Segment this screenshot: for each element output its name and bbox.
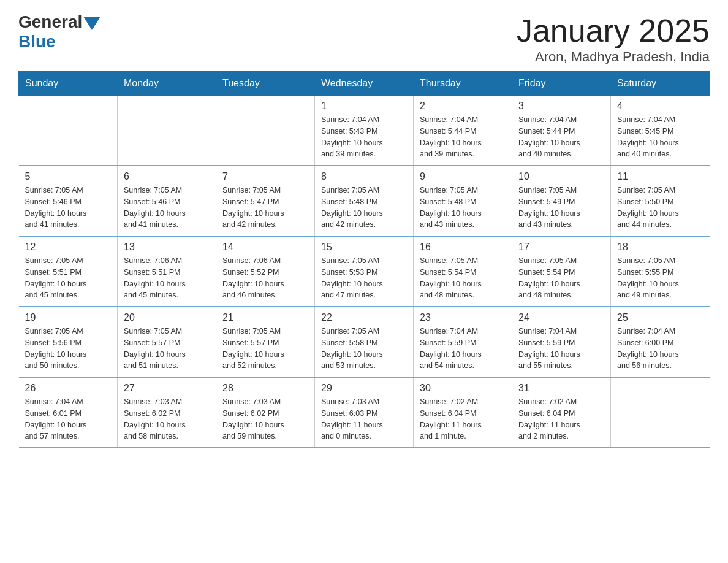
day-info: Sunrise: 7:06 AM Sunset: 5:52 PM Dayligh…: [222, 255, 308, 301]
day-info: Sunrise: 7:02 AM Sunset: 6:04 PM Dayligh…: [518, 396, 604, 442]
calendar-cell: 14Sunrise: 7:06 AM Sunset: 5:52 PM Dayli…: [216, 236, 315, 307]
calendar-cell: 23Sunrise: 7:04 AM Sunset: 5:59 PM Dayli…: [414, 307, 512, 377]
logo-blue-text: Blue: [18, 32, 56, 52]
day-number: 17: [518, 242, 604, 253]
day-info: Sunrise: 7:03 AM Sunset: 6:03 PM Dayligh…: [321, 396, 407, 442]
day-number: 6: [124, 171, 210, 182]
weekday-header-sunday: Sunday: [19, 72, 118, 96]
day-number: 12: [25, 242, 112, 253]
calendar-table: SundayMondayTuesdayWednesdayThursdayFrid…: [18, 71, 710, 448]
weekday-header-thursday: Thursday: [414, 72, 512, 96]
calendar-cell: 27Sunrise: 7:03 AM Sunset: 6:02 PM Dayli…: [118, 377, 216, 448]
day-number: 30: [420, 383, 506, 394]
day-info: Sunrise: 7:05 AM Sunset: 5:50 PM Dayligh…: [617, 185, 703, 231]
day-number: 1: [321, 101, 407, 112]
calendar-cell: 3Sunrise: 7:04 AM Sunset: 5:44 PM Daylig…: [512, 96, 611, 166]
day-info: Sunrise: 7:04 AM Sunset: 6:01 PM Dayligh…: [25, 396, 112, 442]
calendar-cell: 19Sunrise: 7:05 AM Sunset: 5:56 PM Dayli…: [19, 307, 118, 377]
day-info: Sunrise: 7:05 AM Sunset: 5:47 PM Dayligh…: [222, 185, 308, 231]
page-header: General Blue January 2025 Aron, Madhya P…: [18, 12, 710, 65]
day-info: Sunrise: 7:05 AM Sunset: 5:48 PM Dayligh…: [321, 185, 407, 231]
calendar-cell: 29Sunrise: 7:03 AM Sunset: 6:03 PM Dayli…: [315, 377, 414, 448]
calendar-cell: 9Sunrise: 7:05 AM Sunset: 5:48 PM Daylig…: [414, 166, 512, 236]
day-number: 28: [222, 383, 308, 394]
day-number: 21: [222, 312, 308, 323]
calendar-cell: 24Sunrise: 7:04 AM Sunset: 5:59 PM Dayli…: [512, 307, 611, 377]
day-number: 15: [321, 242, 407, 253]
day-number: 19: [25, 312, 112, 323]
calendar-cell: [19, 96, 118, 166]
calendar-week-row: 1Sunrise: 7:04 AM Sunset: 5:43 PM Daylig…: [19, 96, 710, 166]
calendar-cell: 12Sunrise: 7:05 AM Sunset: 5:51 PM Dayli…: [19, 236, 118, 307]
day-number: 3: [518, 101, 604, 112]
day-number: 10: [518, 171, 604, 182]
day-number: 31: [518, 383, 604, 394]
logo-triangle-icon: [83, 17, 100, 30]
day-info: Sunrise: 7:05 AM Sunset: 5:57 PM Dayligh…: [124, 326, 210, 372]
calendar-cell: 13Sunrise: 7:06 AM Sunset: 5:51 PM Dayli…: [118, 236, 216, 307]
day-number: 29: [321, 383, 407, 394]
day-info: Sunrise: 7:05 AM Sunset: 5:49 PM Dayligh…: [518, 185, 604, 231]
day-info: Sunrise: 7:05 AM Sunset: 5:53 PM Dayligh…: [321, 255, 407, 301]
day-number: 13: [124, 242, 210, 253]
calendar-body: 1Sunrise: 7:04 AM Sunset: 5:43 PM Daylig…: [19, 96, 710, 448]
calendar-week-row: 26Sunrise: 7:04 AM Sunset: 6:01 PM Dayli…: [19, 377, 710, 448]
calendar-cell: [611, 377, 710, 448]
day-info: Sunrise: 7:04 AM Sunset: 5:43 PM Dayligh…: [321, 114, 407, 160]
calendar-subtitle: Aron, Madhya Pradesh, India: [517, 49, 710, 65]
weekday-header-tuesday: Tuesday: [216, 72, 315, 96]
day-info: Sunrise: 7:04 AM Sunset: 5:45 PM Dayligh…: [617, 114, 703, 160]
title-section: January 2025 Aron, Madhya Pradesh, India: [517, 12, 710, 65]
calendar-cell: [118, 96, 216, 166]
day-number: 4: [617, 101, 703, 112]
day-number: 16: [420, 242, 506, 253]
weekday-header-saturday: Saturday: [611, 72, 710, 96]
calendar-cell: 30Sunrise: 7:02 AM Sunset: 6:04 PM Dayli…: [414, 377, 512, 448]
day-info: Sunrise: 7:03 AM Sunset: 6:02 PM Dayligh…: [222, 396, 308, 442]
calendar-week-row: 5Sunrise: 7:05 AM Sunset: 5:46 PM Daylig…: [19, 166, 710, 236]
calendar-cell: [216, 96, 315, 166]
calendar-title: January 2025: [517, 12, 710, 49]
day-number: 20: [124, 312, 210, 323]
calendar-cell: 5Sunrise: 7:05 AM Sunset: 5:46 PM Daylig…: [19, 166, 118, 236]
calendar-cell: 26Sunrise: 7:04 AM Sunset: 6:01 PM Dayli…: [19, 377, 118, 448]
calendar-cell: 22Sunrise: 7:05 AM Sunset: 5:58 PM Dayli…: [315, 307, 414, 377]
day-info: Sunrise: 7:05 AM Sunset: 5:46 PM Dayligh…: [124, 185, 210, 231]
calendar-cell: 4Sunrise: 7:04 AM Sunset: 5:45 PM Daylig…: [611, 96, 710, 166]
logo: General Blue: [18, 12, 102, 52]
weekday-header-friday: Friday: [512, 72, 611, 96]
day-number: 23: [420, 312, 506, 323]
day-number: 8: [321, 171, 407, 182]
calendar-cell: 31Sunrise: 7:02 AM Sunset: 6:04 PM Dayli…: [512, 377, 611, 448]
day-number: 14: [222, 242, 308, 253]
day-number: 7: [222, 171, 308, 182]
calendar-cell: 25Sunrise: 7:04 AM Sunset: 6:00 PM Dayli…: [611, 307, 710, 377]
calendar-cell: 15Sunrise: 7:05 AM Sunset: 5:53 PM Dayli…: [315, 236, 414, 307]
day-number: 26: [25, 383, 112, 394]
day-number: 22: [321, 312, 407, 323]
calendar-cell: 20Sunrise: 7:05 AM Sunset: 5:57 PM Dayli…: [118, 307, 216, 377]
day-info: Sunrise: 7:04 AM Sunset: 5:59 PM Dayligh…: [420, 326, 506, 372]
calendar-cell: 17Sunrise: 7:05 AM Sunset: 5:54 PM Dayli…: [512, 236, 611, 307]
day-number: 2: [420, 101, 506, 112]
calendar-cell: 1Sunrise: 7:04 AM Sunset: 5:43 PM Daylig…: [315, 96, 414, 166]
day-number: 27: [124, 383, 210, 394]
day-info: Sunrise: 7:05 AM Sunset: 5:48 PM Dayligh…: [420, 185, 506, 231]
calendar-cell: 18Sunrise: 7:05 AM Sunset: 5:55 PM Dayli…: [611, 236, 710, 307]
day-info: Sunrise: 7:03 AM Sunset: 6:02 PM Dayligh…: [124, 396, 210, 442]
day-info: Sunrise: 7:04 AM Sunset: 6:00 PM Dayligh…: [617, 326, 703, 372]
calendar-week-row: 12Sunrise: 7:05 AM Sunset: 5:51 PM Dayli…: [19, 236, 710, 307]
day-info: Sunrise: 7:05 AM Sunset: 5:46 PM Dayligh…: [25, 185, 112, 231]
day-number: 25: [617, 312, 703, 323]
day-info: Sunrise: 7:05 AM Sunset: 5:54 PM Dayligh…: [518, 255, 604, 301]
day-info: Sunrise: 7:05 AM Sunset: 5:54 PM Dayligh…: [420, 255, 506, 301]
day-number: 5: [25, 171, 112, 182]
day-number: 24: [518, 312, 604, 323]
day-info: Sunrise: 7:04 AM Sunset: 5:44 PM Dayligh…: [518, 114, 604, 160]
day-info: Sunrise: 7:06 AM Sunset: 5:51 PM Dayligh…: [124, 255, 210, 301]
calendar-week-row: 19Sunrise: 7:05 AM Sunset: 5:56 PM Dayli…: [19, 307, 710, 377]
calendar-cell: 11Sunrise: 7:05 AM Sunset: 5:50 PM Dayli…: [611, 166, 710, 236]
calendar-cell: 28Sunrise: 7:03 AM Sunset: 6:02 PM Dayli…: [216, 377, 315, 448]
day-info: Sunrise: 7:04 AM Sunset: 5:44 PM Dayligh…: [420, 114, 506, 160]
weekday-header-row: SundayMondayTuesdayWednesdayThursdayFrid…: [19, 72, 710, 96]
